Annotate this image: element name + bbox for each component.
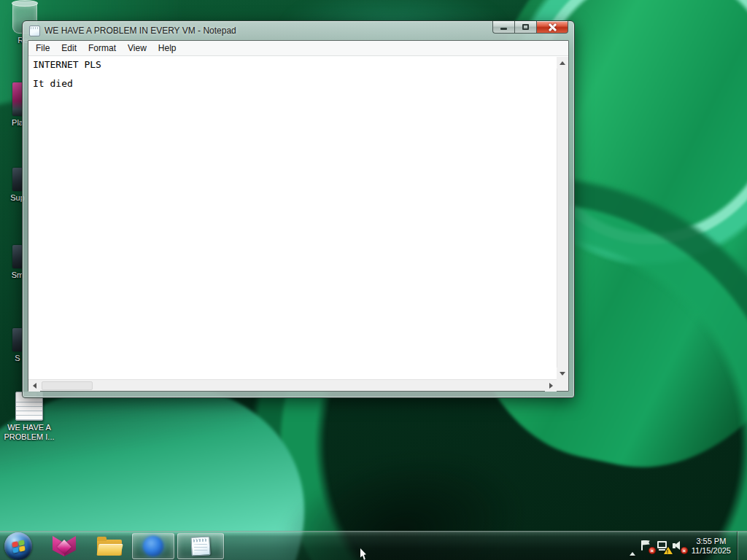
horizontal-scroll-thumb[interactable] [42, 381, 93, 390]
arrow-down-icon [560, 372, 565, 376]
close-icon [549, 23, 557, 31]
taskbar-explorer-button[interactable] [96, 534, 123, 559]
minimize-button[interactable] [492, 21, 514, 34]
error-badge-icon: × [649, 547, 656, 554]
taskbar-pink-app-button[interactable] [51, 534, 77, 559]
maximize-button[interactable] [514, 21, 536, 34]
desktop-icon-label-line1: WE HAVE A [0, 423, 58, 432]
app-thumbnail-icon [12, 328, 23, 351]
window-title: WE HAVE A PROBLEM IN EVERY VM - Notepad [44, 21, 236, 41]
scroll-up-button[interactable] [557, 57, 568, 69]
menu-help[interactable]: Help [152, 41, 182, 55]
menu-view[interactable]: View [122, 41, 152, 55]
windows-logo-icon [12, 540, 25, 553]
arrow-left-icon [33, 383, 36, 389]
clock-date: 11/15/2025 [692, 546, 731, 556]
menu-bar: File Edit Format View Help [28, 41, 568, 56]
notepad-window: WE HAVE A PROBLEM IN EVERY VM - Notepad … [22, 20, 575, 398]
minimize-icon [500, 28, 507, 30]
taskbar-notepad-button[interactable] [177, 533, 224, 559]
chevron-up-icon [630, 540, 635, 556]
scroll-down-button[interactable] [557, 368, 568, 379]
app-thumbnail-icon [12, 168, 23, 191]
action-center-alert-button[interactable]: × [640, 540, 654, 553]
desktop: Rec Pla Sup Sm S WE HAVE A PROBLEM I... … [0, 0, 747, 560]
text-edit-area[interactable]: INTERNET PLS It died [28, 57, 568, 391]
volume-button[interactable]: × [672, 540, 686, 553]
menu-format[interactable]: Format [82, 41, 122, 55]
start-button[interactable] [4, 532, 32, 560]
document-text[interactable]: INTERNET PLS It died [33, 60, 555, 378]
notepad-app-icon [29, 26, 40, 36]
folder-icon [97, 537, 122, 556]
menu-file[interactable]: File [30, 41, 55, 55]
window-controls [492, 21, 568, 34]
vertical-scrollbar[interactable] [557, 57, 568, 379]
scroll-left-button[interactable] [28, 380, 40, 392]
window-client-area: File Edit Format View Help INTERNET PLS … [28, 40, 569, 392]
arrow-up-icon [560, 61, 565, 65]
scrollbar-corner [557, 379, 568, 391]
notepad-icon [190, 536, 210, 556]
close-button[interactable] [536, 21, 568, 34]
scroll-right-button[interactable] [545, 380, 557, 392]
blue-app-icon [143, 536, 163, 556]
pink-app-icon [53, 536, 76, 556]
network-status-button[interactable]: ! [656, 540, 670, 553]
menu-edit[interactable]: Edit [55, 41, 82, 55]
taskbar: × ! × 3:55 PM 11/15/2025 [0, 531, 747, 560]
title-bar[interactable]: WE HAVE A PROBLEM IN EVERY VM - Notepad [23, 21, 574, 40]
muted-badge-icon: × [681, 547, 688, 554]
clock-time: 3:55 PM [692, 537, 731, 546]
show-desktop-button[interactable] [737, 532, 747, 560]
horizontal-scrollbar[interactable] [28, 379, 557, 391]
desktop-icon-label-line2: PROBLEM I... [0, 432, 58, 442]
maximize-icon [522, 24, 529, 30]
taskbar-clock[interactable]: 3:55 PM 11/15/2025 [692, 537, 731, 556]
desktop-icon-problem-file[interactable]: WE HAVE A PROBLEM I... [0, 392, 58, 442]
flag-icon [641, 540, 643, 551]
app-thumbnail-icon [12, 245, 23, 268]
arrow-right-icon [549, 383, 553, 389]
taskbar-blue-app-button[interactable] [132, 533, 174, 559]
system-tray: × ! × 3:55 PM 11/15/2025 [626, 532, 747, 560]
show-hidden-icons-button[interactable] [626, 540, 639, 553]
